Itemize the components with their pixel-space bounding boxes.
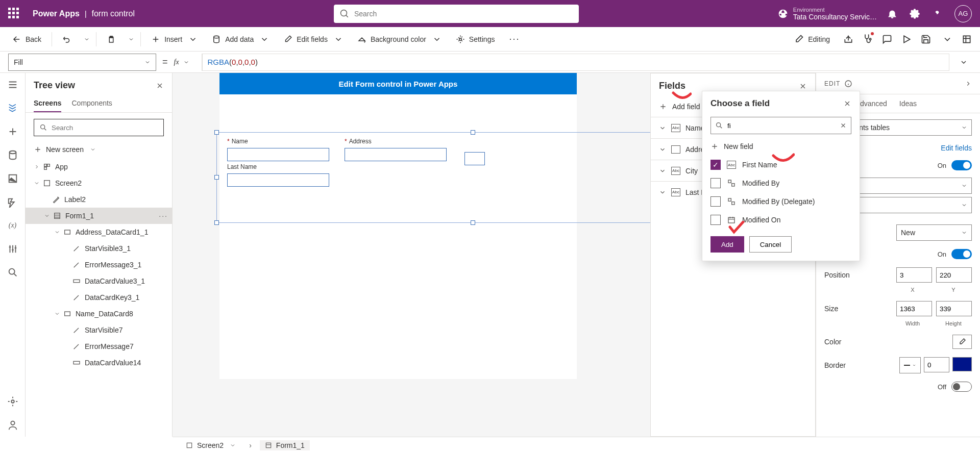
clear-search-icon[interactable]	[840, 122, 847, 129]
settings-icon[interactable]	[910, 9, 920, 19]
app-checker-button[interactable]	[863, 33, 873, 45]
tree-node-dck3[interactable]: DataCardKey3_1	[26, 289, 172, 306]
advanced-tools-icon[interactable]	[7, 243, 18, 255]
new-screen-button[interactable]: New screen	[26, 142, 172, 159]
border-style-select[interactable]	[899, 357, 921, 373]
more-button[interactable]: ···	[505, 31, 524, 47]
tree-node-em3[interactable]: ErrorMessage3_1	[26, 257, 172, 273]
new-field-button[interactable]: New field	[702, 137, 860, 156]
close-tree-icon[interactable]	[156, 82, 164, 90]
checkbox[interactable]	[710, 215, 721, 225]
visible-toggle[interactable]	[951, 249, 972, 259]
tree-node-name-datacard[interactable]: Name_DataCard8	[26, 306, 172, 322]
settings-button[interactable]: Settings	[452, 32, 499, 47]
share-icon[interactable]	[843, 34, 853, 44]
formula-bar[interactable]: RGBA(0, 0, 0, 0)	[202, 54, 949, 71]
tree-node-address-datacard[interactable]: Address_DataCard1_1	[26, 224, 172, 240]
expand-formula-button[interactable]	[955, 54, 972, 70]
tree-node-sv3[interactable]: StarVisible3_1	[26, 240, 172, 257]
cancel-button[interactable]: Cancel	[749, 236, 792, 253]
breadcrumb-form1[interactable]: Form1_1	[260, 440, 310, 450]
breadcrumb-screen2[interactable]: Screen2	[181, 440, 241, 450]
app-launcher[interactable]	[8, 8, 20, 20]
tree-node-label2[interactable]: Label2	[26, 191, 172, 208]
tree-node-sv7[interactable]: StarVisible7	[26, 322, 172, 338]
global-search[interactable]	[334, 5, 579, 23]
close-popover-icon[interactable]	[843, 99, 851, 108]
tab-ideas[interactable]: Ideas	[899, 99, 917, 113]
user-avatar[interactable]: AG	[954, 5, 972, 22]
checkbox[interactable]	[710, 178, 721, 188]
tree-view-icon[interactable]	[7, 103, 18, 114]
size-width-input[interactable]	[896, 301, 932, 316]
defaultmode-select[interactable]: New	[896, 224, 972, 241]
field-option-modifiedby[interactable]: Modified By	[702, 174, 860, 192]
size-height-input[interactable]	[936, 301, 972, 316]
checkbox-checked[interactable]	[710, 160, 721, 170]
data-pane-icon[interactable]	[7, 149, 18, 161]
color-picker[interactable]	[952, 335, 972, 349]
property-selector[interactable]: Fill	[8, 54, 156, 71]
info-icon[interactable]	[844, 80, 852, 88]
field-option-modifiedon[interactable]: Modified On	[702, 211, 860, 229]
play-icon[interactable]	[901, 34, 912, 44]
publish-icon[interactable]	[962, 34, 972, 44]
paste-button[interactable]	[103, 32, 120, 47]
tree-node-em7[interactable]: ErrorMessage7	[26, 338, 172, 355]
tree-node-screen2[interactable]: Screen2	[26, 175, 172, 191]
more-icon[interactable]: ···	[159, 212, 168, 220]
notifications-icon[interactable]	[887, 9, 897, 19]
save-icon[interactable]	[921, 34, 931, 44]
search-input[interactable]	[354, 10, 573, 18]
help-icon[interactable]	[932, 9, 942, 19]
undo-dropdown[interactable]	[84, 36, 90, 42]
edit-fields-button[interactable]: Edit fields	[279, 32, 347, 47]
media-pane-icon[interactable]	[7, 173, 18, 184]
fx-button[interactable]: fx	[174, 58, 195, 66]
tree-node-dcv14[interactable]: DataCardValue14	[26, 355, 172, 371]
background-color-button[interactable]: Background color	[353, 32, 446, 47]
tree-node-dcv3[interactable]: DataCardValue3_1	[26, 273, 172, 289]
field-option-firstname[interactable]: AbcFirst Name	[702, 156, 860, 174]
tree-node-form1[interactable]: Form1_1 ···	[26, 208, 172, 224]
tab-screens[interactable]: Screens	[34, 95, 61, 112]
datacard-input-partial[interactable]	[464, 152, 485, 165]
popover-search-input[interactable]	[727, 122, 836, 130]
position-x-input[interactable]	[896, 267, 932, 283]
datacard-input-lastname[interactable]	[227, 173, 329, 187]
search-pane-icon[interactable]	[7, 267, 18, 278]
datacard-input-name[interactable]	[227, 148, 329, 161]
settings-rail-icon[interactable]	[7, 396, 18, 407]
border-width-input[interactable]	[924, 357, 949, 372]
power-automate-icon[interactable]	[7, 196, 18, 208]
chevron-down-icon	[961, 202, 967, 208]
environment-picker[interactable]: Environment Tata Consultancy Servic…	[778, 7, 877, 21]
add-data-button[interactable]: Add data	[208, 32, 273, 47]
insert-pane-icon[interactable]	[7, 126, 18, 137]
field-option-modifiedby-delegate[interactable]: Modified By (Delegate)	[702, 192, 860, 211]
tab-components[interactable]: Components	[71, 95, 112, 112]
hamburger-icon[interactable]	[7, 79, 18, 90]
save-dropdown[interactable]	[942, 34, 952, 44]
back-button[interactable]: Back	[8, 32, 45, 47]
undo-button[interactable]	[58, 32, 76, 47]
position-y-input[interactable]	[936, 267, 972, 283]
comments-icon[interactable]	[882, 34, 892, 44]
popover-search[interactable]	[710, 117, 851, 134]
tree-node-app[interactable]: App	[26, 159, 172, 175]
add-button[interactable]: Add	[710, 236, 744, 253]
insert-button[interactable]: Insert	[147, 32, 202, 47]
tree-search[interactable]	[34, 119, 164, 136]
ask-virtual-agent-icon[interactable]	[7, 419, 18, 431]
chevron-right-icon[interactable]	[965, 80, 972, 87]
snap-toggle[interactable]	[951, 160, 972, 170]
toggle-off[interactable]	[951, 382, 972, 392]
tree-search-input[interactable]	[52, 124, 158, 132]
editing-mode[interactable]: Editing	[790, 31, 834, 47]
datacard-input-address[interactable]	[345, 148, 447, 161]
checkbox[interactable]	[710, 196, 721, 207]
variables-icon[interactable]: (x)	[7, 220, 18, 231]
close-fields-icon[interactable]	[799, 82, 807, 90]
border-color-swatch[interactable]	[952, 357, 972, 371]
paste-dropdown[interactable]	[128, 36, 134, 42]
